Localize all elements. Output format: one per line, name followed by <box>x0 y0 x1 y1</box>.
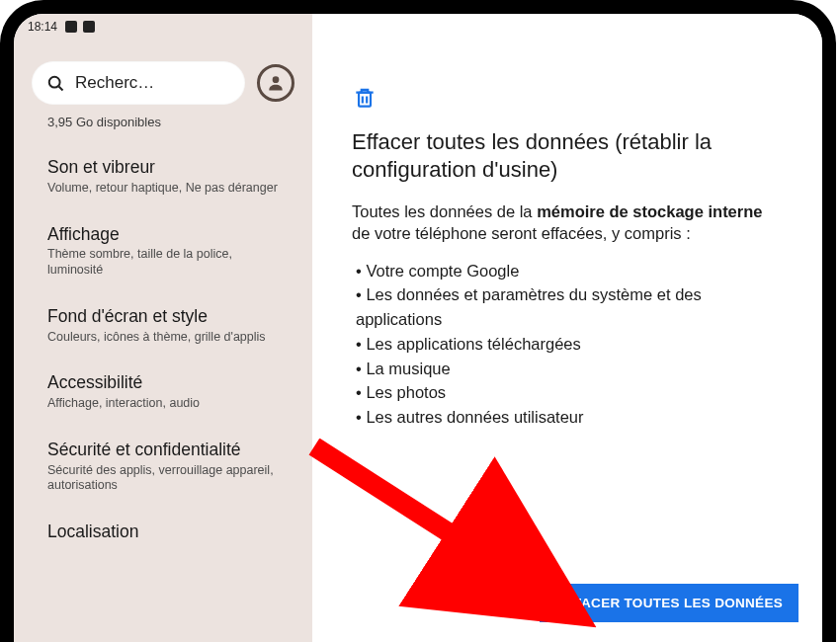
main-panel: Effacer toutes les données (rétablir la … <box>312 14 822 642</box>
search-input[interactable]: Recherc… <box>32 61 245 105</box>
sidebar-item-sub: Affichage, interaction, audio <box>47 396 289 412</box>
sidebar-item-label: Sécurité et confidentialité <box>47 440 289 461</box>
intro-bold: mémoire de stockage interne <box>537 202 762 220</box>
device-notch <box>367 7 469 13</box>
sidebar-item-sub: Sécurité des applis, verrouillage appare… <box>47 463 289 494</box>
list-item: Votre compte Google <box>356 259 783 283</box>
list-item: La musique <box>356 357 783 381</box>
search-icon <box>45 73 65 93</box>
storage-available: 3,95 Go disponibles <box>14 111 312 139</box>
sidebar-item-location[interactable]: Localisation <box>14 508 312 557</box>
sidebar-item-label: Localisation <box>47 522 289 543</box>
list-item: Les applications téléchargées <box>356 332 783 357</box>
sidebar-item-sub: Volume, retour haptique, Ne pas déranger <box>47 181 289 197</box>
sidebar-item-sub: Thème sombre, taille de la police, lumin… <box>47 247 289 278</box>
account-avatar[interactable] <box>257 64 294 102</box>
list-item: Les données et paramètres du système et … <box>356 282 783 332</box>
trash-icon <box>352 85 378 111</box>
svg-point-0 <box>49 77 60 88</box>
device-frame: 18:14 Recherc… 3,95 Go disponibles Son e… <box>0 0 836 642</box>
erase-all-data-button[interactable]: EFFACER TOUTES LES DONNÉES <box>540 584 798 622</box>
sidebar-item-wallpaper[interactable]: Fond d'écran et style Couleurs, icônes à… <box>14 292 312 360</box>
sidebar-item-label: Son et vibreur <box>47 157 289 179</box>
list-item: Les photos <box>356 380 783 405</box>
sidebar-item-security[interactable]: Sécurité et confidentialité Sécurité des… <box>14 426 312 508</box>
sidebar-item-label: Accessibilité <box>47 372 289 394</box>
search-placeholder: Recherc… <box>75 73 154 93</box>
sidebar-item-display[interactable]: Affichage Thème sombre, taille de la pol… <box>14 210 312 292</box>
sidebar-item-label: Fond d'écran et style <box>47 306 289 328</box>
sidebar-item-sound[interactable]: Son et vibreur Volume, retour haptique, … <box>14 143 312 210</box>
erase-list: Votre compte Google Les données et param… <box>352 259 783 430</box>
intro-post: de votre téléphone seront effacées, y co… <box>352 224 691 242</box>
clock: 18:14 <box>28 20 57 34</box>
settings-sidebar: Recherc… 3,95 Go disponibles Son et vibr… <box>14 14 312 642</box>
person-icon <box>266 73 286 93</box>
svg-line-1 <box>59 87 63 91</box>
svg-point-2 <box>273 76 280 83</box>
intro-text: Toutes les données de la mémoire de stoc… <box>352 201 783 245</box>
sidebar-item-sub: Couleurs, icônes à thème, grille d'appli… <box>47 330 289 346</box>
svg-rect-3 <box>359 93 371 107</box>
status-bar: 18:14 <box>14 14 822 40</box>
page-title: Effacer toutes les données (rétablir la … <box>352 128 777 183</box>
intro-pre: Toutes les données de la <box>352 202 537 220</box>
notif-icon <box>65 21 77 33</box>
list-item: Les autres données utilisateur <box>356 405 783 430</box>
status-icons <box>65 21 95 33</box>
sidebar-item-label: Affichage <box>47 224 289 246</box>
settings-menu: Son et vibreur Volume, retour haptique, … <box>14 139 312 642</box>
sd-card-icon <box>83 21 95 33</box>
sidebar-item-accessibility[interactable]: Accessibilité Affichage, interaction, au… <box>14 359 312 426</box>
